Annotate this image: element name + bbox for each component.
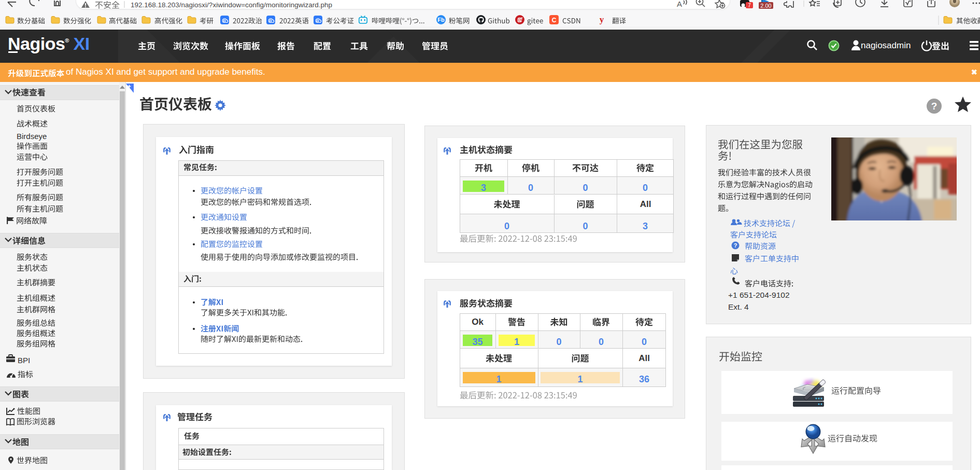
svg-text:y: y	[600, 15, 604, 24]
svg-text:7: 7	[748, 3, 751, 8]
svg-text:2.00: 2.00	[760, 3, 771, 9]
svg-text:Fb: Fb	[437, 17, 445, 23]
svg-text:A: A	[677, 0, 682, 8]
svg-text:C: C	[552, 17, 557, 24]
svg-text:?: ?	[734, 242, 737, 248]
